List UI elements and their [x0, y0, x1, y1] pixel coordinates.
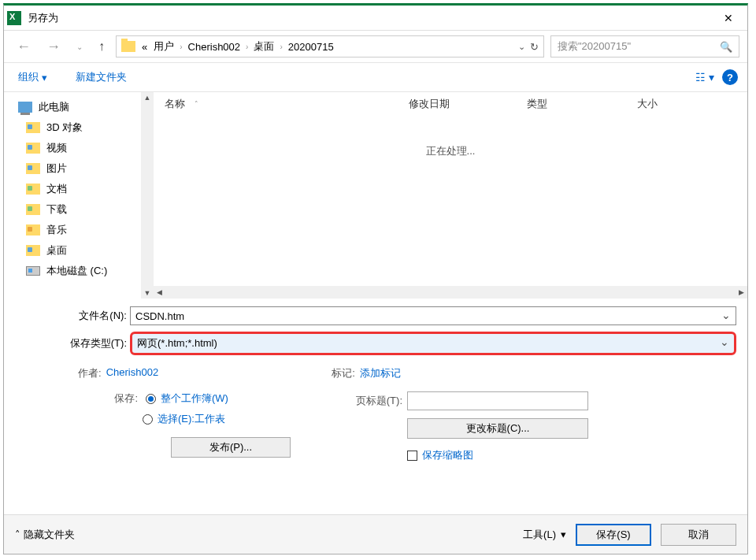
scroll-down[interactable]: ▼ [143, 287, 153, 299]
new-folder-button[interactable]: 新建文件夹 [71, 67, 132, 87]
col-type[interactable]: 类型 [527, 97, 637, 111]
tree-this-pc[interactable]: 此电脑 [4, 97, 154, 117]
organize-button[interactable]: 组织 ▾ [13, 67, 52, 87]
titlebar: 另存为 ✕ [4, 6, 747, 31]
processing-text: 正在处理... [154, 144, 747, 158]
col-name[interactable]: 名称˄ [165, 97, 409, 111]
publish-button[interactable]: 发布(P)... [171, 437, 291, 458]
save-button[interactable]: 保存(S) [576, 524, 651, 546]
radio-selection[interactable] [143, 414, 153, 425]
tree-scrollbar[interactable]: ▲ ▼ [141, 92, 154, 299]
chevron-up-icon: ˄ [15, 528, 20, 540]
filetype-select[interactable]: 网页(*.htm;*.html) [130, 332, 736, 355]
search-input[interactable]: 搜索"20200715" 🔍 [550, 35, 739, 57]
folder-icon [26, 143, 40, 154]
filetype-label: 保存类型(T): [15, 336, 130, 350]
author-value[interactable]: Cherish002 [106, 366, 159, 380]
folder-tree: 此电脑 3D 对象 视频 图片 文档 下载 音乐 桌面 本地磁盘 (C:) ▲ … [4, 92, 154, 299]
radio-selection-label[interactable]: 选择(E):工作表 [158, 412, 225, 426]
cancel-button[interactable]: 取消 [661, 524, 736, 546]
thumbnail-label[interactable]: 保存缩略图 [422, 448, 473, 462]
tree-3d-objects[interactable]: 3D 对象 [4, 117, 154, 138]
sort-caret-icon: ˄ [195, 100, 198, 108]
refresh-button[interactable]: ↻ [530, 41, 539, 53]
page-title-label: 页标题(T): [346, 394, 402, 408]
path-dropdown[interactable]: ⌄ [518, 42, 525, 52]
footer: ˄ 隐藏文件夹 工具(L)▾ 保存(S) 取消 [4, 514, 747, 554]
up-button[interactable]: ↑ [94, 39, 109, 54]
toolbar: 组织 ▾ 新建文件夹 ☷ ▾ ? [4, 62, 747, 92]
pc-icon [18, 102, 32, 113]
tag-value[interactable]: 添加标记 [360, 366, 401, 380]
hide-folders-button[interactable]: ˄ 隐藏文件夹 [15, 528, 75, 542]
scroll-up[interactable]: ▲ [143, 92, 153, 103]
h-scrollbar[interactable]: ◀ ▶ [154, 286, 747, 299]
radio-whole-workbook-label[interactable]: 整个工作簿(W) [161, 391, 228, 406]
scroll-left[interactable]: ◀ [154, 288, 165, 296]
folder-icon [26, 163, 40, 174]
disk-icon [26, 266, 40, 276]
scroll-right[interactable]: ▶ [736, 288, 747, 296]
radio-whole-workbook[interactable] [146, 394, 156, 404]
forward-button[interactable]: → [42, 39, 65, 55]
tree-pictures[interactable]: 图片 [4, 158, 154, 179]
folder-icon [26, 122, 40, 133]
filename-label: 文件名(N): [15, 309, 130, 323]
path-seg-2[interactable]: 桌面 [250, 39, 277, 54]
path-seg-1[interactable]: Cherish002 [185, 41, 244, 53]
close-button[interactable]: ✕ [713, 7, 744, 29]
thumbnail-checkbox[interactable] [407, 451, 417, 461]
nav-bar: ← → ⌄ ↑ « 用户 › Cherish002 › 桌面 › 2020071… [4, 31, 747, 62]
chevron-down-icon: ▾ [561, 528, 566, 540]
path-sep: › [177, 43, 184, 51]
window-title: 另存为 [28, 11, 713, 25]
col-date[interactable]: 修改日期 [409, 97, 527, 111]
folder-icon [26, 245, 40, 256]
path-prefix: « [139, 41, 150, 53]
folder-icon [26, 184, 40, 195]
tools-button[interactable]: 工具(L)▾ [523, 528, 566, 542]
tag-label: 标记: [332, 366, 355, 380]
tree-downloads[interactable]: 下载 [4, 199, 154, 220]
folder-icon [26, 204, 40, 215]
tree-music[interactable]: 音乐 [4, 220, 154, 240]
tree-videos[interactable]: 视频 [4, 138, 154, 158]
tree-local-disk-c[interactable]: 本地磁盘 (C:) [4, 261, 154, 281]
col-size[interactable]: 大小 [637, 97, 736, 111]
folder-icon [26, 224, 40, 235]
search-icon: 🔍 [720, 41, 732, 53]
file-list: 名称˄ 修改日期 类型 大小 正在处理... ◀ ▶ [154, 92, 747, 299]
folder-icon [121, 41, 135, 52]
path-sep: › [277, 43, 284, 51]
address-bar[interactable]: « 用户 › Cherish002 › 桌面 › 20200715 ⌄ ↻ [116, 35, 544, 57]
excel-icon [7, 11, 21, 25]
page-title-input[interactable] [407, 391, 588, 410]
tree-documents[interactable]: 文档 [4, 179, 154, 199]
back-button[interactable]: ← [12, 39, 35, 55]
path-seg-0[interactable]: 用户 [150, 39, 177, 54]
save-label: 保存: [109, 391, 138, 406]
path-sep: › [243, 43, 250, 51]
view-options[interactable]: ☷ ▾ [695, 71, 714, 83]
tree-desktop[interactable]: 桌面 [4, 240, 154, 261]
path-seg-3[interactable]: 20200715 [285, 41, 337, 53]
author-label: 作者: [78, 366, 102, 380]
change-title-button[interactable]: 更改标题(C)... [407, 418, 588, 439]
recent-dropdown[interactable]: ⌄ [72, 43, 87, 51]
search-placeholder: 搜索"20200715" [558, 39, 631, 54]
help-button[interactable]: ? [722, 69, 738, 85]
filename-input[interactable]: CSDN.htm [130, 306, 736, 325]
